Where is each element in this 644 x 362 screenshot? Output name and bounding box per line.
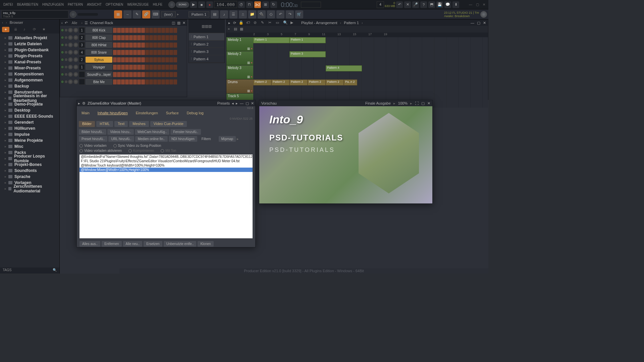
close-app-icon[interactable]: ✕	[482, 2, 486, 7]
browser-tree[interactable]: ▸Aktuelles Projekt▸Letzte Dateien▸Plugin…	[0, 34, 59, 267]
step-button[interactable]	[117, 28, 121, 33]
plugin-titlebar[interactable]: ▸ ⚙ ZGameEditor Visualizer (Master) Pres…	[77, 100, 255, 106]
preview-titlebar[interactable]: Vorschau Finale Ausgabe ▸ 100% ▸ ⛶ ▢ ✕	[259, 100, 432, 106]
channel-route[interactable]	[79, 71, 85, 77]
plugin-gear-icon[interactable]: ⚙	[82, 101, 86, 106]
browser-back-icon[interactable]: ‹	[2, 21, 3, 24]
step-button[interactable]	[141, 79, 145, 84]
step-button[interactable]	[145, 79, 149, 84]
plugin-subtab[interactable]: Bilder	[79, 121, 95, 127]
channel-name-button[interactable]: Voyager	[86, 64, 112, 70]
step-button[interactable]	[169, 57, 173, 62]
pl-tool-slice[interactable]: ✂	[268, 20, 273, 25]
step-button[interactable]	[141, 72, 145, 77]
channel-name-button[interactable]: Sytrus	[86, 57, 112, 63]
step-button[interactable]	[157, 72, 161, 77]
channel-vol[interactable]	[73, 28, 78, 33]
browser-folder[interactable]: ▸Zerschnittenes Audiomaterial	[0, 186, 59, 192]
step-button[interactable]	[153, 57, 157, 62]
playlist-clip[interactable]: Pattern 3	[289, 51, 326, 57]
channel-vol[interactable]	[73, 72, 78, 77]
step-button[interactable]	[173, 50, 177, 55]
browser-refresh-icon[interactable]: ⟳	[33, 27, 38, 32]
step-button[interactable]	[165, 50, 169, 55]
step-button[interactable]	[169, 79, 173, 84]
step-button[interactable]	[157, 50, 161, 55]
step-button[interactable]	[153, 50, 157, 55]
step-button[interactable]	[137, 50, 141, 55]
preset-next-icon[interactable]: ▸	[236, 101, 238, 106]
pattern-picker[interactable]: ▥▥▥ ⁝Pattern 1⁝Pattern 2⁝Pattern 3⁝Patte…	[189, 19, 225, 63]
stop-button[interactable]: ■	[198, 1, 205, 8]
chrack-undo-icon[interactable]: ↶	[65, 21, 68, 25]
step-button[interactable]	[153, 35, 157, 40]
channel-row[interactable]: 2Sytrus	[60, 56, 187, 63]
channel-pan[interactable]	[68, 57, 73, 62]
pattern-item[interactable]: ⁝Pattern 4	[189, 55, 224, 63]
step-button[interactable]	[141, 35, 145, 40]
typing-kb-icon[interactable]: ⌨	[152, 10, 160, 18]
channel-pan[interactable]	[68, 35, 73, 40]
pattern-drag-icon[interactable]: ⁝	[191, 35, 192, 39]
step-button[interactable]	[145, 50, 149, 55]
step-button[interactable]	[145, 57, 149, 62]
browser-folder[interactable]: ▸Kompositionen	[0, 71, 59, 77]
plugin-tab[interactable]: Main	[78, 110, 93, 116]
download-icon[interactable]: ⬇	[452, 1, 459, 8]
list-action-button[interactable]: Alles aus..	[79, 241, 100, 247]
preset-prev-icon[interactable]: ◂	[232, 101, 234, 106]
pl-tool-tag[interactable]: 🏷	[246, 20, 251, 25]
channel-row[interactable]: SoundFo...layer	[60, 71, 187, 78]
main-pitch-slider[interactable]	[78, 13, 98, 16]
browser-folder[interactable]: ▸Desktop	[0, 107, 59, 113]
plugin-subtab[interactable]: Video Cue-Punkte	[150, 121, 187, 127]
step-button[interactable]	[133, 57, 137, 62]
step-button[interactable]	[161, 57, 165, 62]
browser-folder[interactable]: ▸Meine Projekte	[0, 137, 59, 143]
step-button[interactable]	[117, 79, 121, 84]
list-action-button[interactable]: Ersetzen	[144, 241, 162, 247]
channel-row[interactable]: 2808 Clap	[60, 34, 187, 41]
browser-folder[interactable]: ▸Producer Loops Rumble	[0, 156, 59, 162]
browser-tags-bar[interactable]: TAGS 🔍	[0, 267, 59, 274]
step-button[interactable]	[137, 28, 141, 33]
content-list-item[interactable]: @Window:Mixer@Width=100%;Height=100%	[79, 168, 253, 172]
channel-mute[interactable]	[65, 51, 67, 54]
step-button[interactable]	[129, 65, 133, 70]
preview-window[interactable]: Vorschau Finale Ausgabe ▸ 100% ▸ ⛶ ▢ ✕ I…	[259, 100, 433, 204]
pattern-drag-icon[interactable]: ⁝	[191, 49, 192, 54]
plugin-subtab[interactable]: Text	[114, 121, 128, 127]
channel-pan[interactable]	[68, 65, 73, 69]
step-button[interactable]	[145, 43, 149, 48]
playlist-clip[interactable]: Pattern 2	[271, 79, 289, 85]
blend-icon[interactable]: ⊞	[262, 1, 269, 8]
loop-icon[interactable]: ↻	[270, 1, 277, 8]
step-button[interactable]	[133, 28, 137, 33]
channel-route[interactable]: 1	[79, 64, 85, 70]
channel-rack-window[interactable]: ‹ ↶ Alle › ☰ Channel Rack ◫ ▥ ✕ 1808 Kic…	[60, 19, 187, 97]
step-button[interactable]	[157, 57, 161, 62]
preview-max-icon[interactable]: ▢	[421, 101, 425, 106]
step-button[interactable]	[141, 28, 145, 33]
plugin-min-icon[interactable]: —	[240, 101, 244, 105]
step-button[interactable]	[125, 57, 129, 62]
timesig-num[interactable]: 4	[377, 1, 384, 8]
step-button[interactable]	[133, 65, 137, 70]
pl-sync-icon[interactable]: ⟳	[233, 21, 236, 25]
content-list-item[interactable]: @Window:Touch keyboard@Width=100%;Height…	[79, 163, 253, 168]
step-button[interactable]	[117, 65, 121, 70]
zoom-level[interactable]: 100%	[398, 101, 408, 105]
add-content-button[interactable]: Bilder hinzufü..	[79, 129, 106, 135]
step-button[interactable]	[173, 57, 177, 62]
channel-mute[interactable]	[65, 58, 67, 61]
shop-icon[interactable]: 🛒	[295, 10, 303, 18]
countdown-icon[interactable]: 3•2	[254, 1, 261, 8]
playlist-clip[interactable]: Pattern 1	[289, 37, 326, 43]
channel-mute[interactable]	[65, 29, 67, 32]
channel-pan[interactable]	[68, 50, 73, 55]
pattern-item[interactable]: ⁝Pattern 3	[189, 48, 224, 55]
step-button[interactable]	[141, 50, 145, 55]
playlist-clip[interactable]: Pattern 2	[253, 79, 271, 85]
channel-route[interactable]: 3	[79, 42, 85, 48]
channel-name-button[interactable]: 808 Clap	[86, 35, 112, 41]
